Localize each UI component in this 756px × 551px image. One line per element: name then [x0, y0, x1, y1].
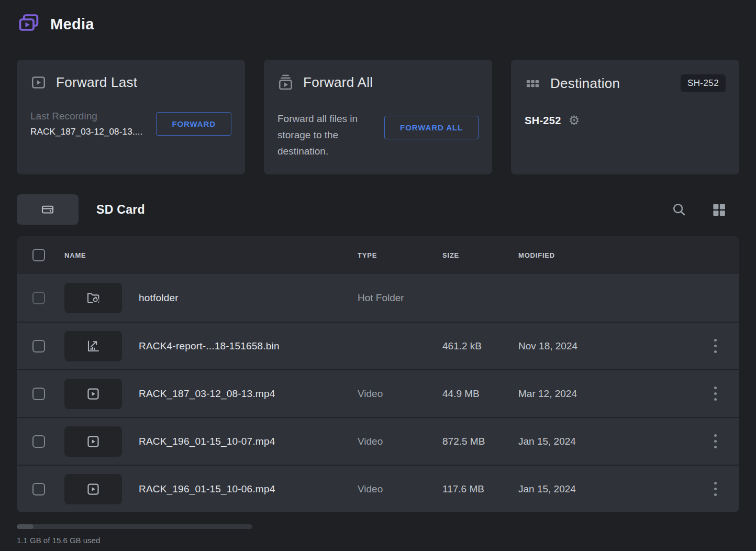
- table-header: NAME TYPE SIZE MODIFIED: [17, 236, 739, 274]
- file-table: NAME TYPE SIZE MODIFIED hotfolder Hot Fo…: [17, 236, 739, 512]
- cell-modified: Jan 15, 2024: [518, 436, 691, 447]
- grid-view-button[interactable]: [711, 202, 727, 217]
- cell-name: RACK4-report-...18-151658.bin: [139, 340, 358, 352]
- storage-usage-fill: [17, 524, 34, 529]
- forward-all-icon: [277, 74, 294, 91]
- select-all-checkbox[interactable]: [32, 249, 45, 261]
- table-row[interactable]: RACK_187_03-12_08-13.mp4 Video 44.9 MB M…: [17, 369, 739, 417]
- row-checkbox[interactable]: [32, 483, 45, 495]
- hot-folder-icon: [85, 290, 101, 306]
- forward-all-button[interactable]: FORWARD ALL: [384, 116, 479, 139]
- page-title: Media: [50, 16, 94, 33]
- last-recording-filename: RACK_187_03-12_08-13....: [30, 127, 143, 137]
- storage-usage-bar: [17, 524, 252, 529]
- card-title: Forward Last: [56, 74, 137, 91]
- card-title: Forward All: [303, 74, 373, 91]
- destination-value: SH-252: [525, 115, 561, 127]
- table-row[interactable]: RACK_196_01-15_10-07.mp4 Video 872.5 MB …: [17, 417, 739, 465]
- table-row[interactable]: hotfolder Hot Folder: [17, 274, 739, 322]
- cell-size: 44.9 MB: [442, 388, 518, 400]
- row-checkbox[interactable]: [32, 292, 45, 304]
- cell-size: 117.6 MB: [442, 483, 518, 495]
- forward-last-card: Forward Last Last Recording RACK_187_03-…: [17, 60, 245, 174]
- gear-icon[interactable]: ⚙: [569, 114, 580, 127]
- storage-title: SD Card: [96, 203, 145, 217]
- sd-card-icon: [40, 202, 55, 217]
- file-thumbnail: [64, 379, 122, 409]
- cell-size: 872.5 MB: [442, 436, 518, 447]
- search-button[interactable]: [671, 202, 687, 217]
- last-recording-info: Last Recording RACK_187_03-12_08-13....: [30, 111, 143, 137]
- storage-usage: 1.1 GB of 15.6 GB used: [17, 524, 739, 545]
- row-checkbox[interactable]: [32, 435, 45, 448]
- column-header-size: SIZE: [442, 251, 518, 259]
- report-icon: [85, 338, 101, 354]
- kebab-menu-icon[interactable]: [705, 429, 726, 454]
- kebab-menu-icon[interactable]: [705, 334, 726, 358]
- cell-modified: Mar 12, 2024: [518, 388, 691, 400]
- card-title: Destination: [550, 75, 620, 92]
- forward-all-card: Forward All Forward all files in storage…: [264, 60, 492, 174]
- sd-card-tab[interactable]: [17, 194, 79, 225]
- kebab-menu-icon[interactable]: [705, 477, 726, 501]
- search-icon: [671, 202, 687, 217]
- destination-card: Destination SH-252 SH-252 ⚙: [511, 60, 739, 174]
- storage-usage-text: 1.1 GB of 15.6 GB used: [17, 536, 739, 545]
- column-header-modified: MODIFIED: [518, 251, 691, 259]
- video-icon: [85, 481, 101, 497]
- row-checkbox[interactable]: [32, 388, 45, 400]
- cell-type: Video: [358, 388, 442, 400]
- table-row[interactable]: RACK4-report-...18-151658.bin 461.2 kB N…: [17, 322, 739, 369]
- column-header-name: NAME: [64, 251, 358, 259]
- cell-modified: Jan 15, 2024: [518, 483, 691, 495]
- file-thumbnail: [64, 283, 122, 313]
- action-cards: Forward Last Last Recording RACK_187_03-…: [17, 60, 739, 174]
- page-header: Media: [17, 12, 739, 37]
- file-thumbnail: [64, 426, 122, 457]
- row-checkbox[interactable]: [32, 340, 45, 352]
- last-recording-label: Last Recording: [30, 111, 143, 122]
- media-icon: [17, 12, 41, 36]
- video-icon: [85, 386, 101, 402]
- video-icon: [85, 434, 101, 449]
- destination-badge: SH-252: [681, 74, 726, 92]
- storage-section-header: SD Card: [17, 194, 739, 225]
- play-box-icon: [30, 74, 47, 91]
- forward-button[interactable]: FORWARD: [156, 112, 231, 136]
- cell-modified: Nov 18, 2024: [518, 340, 691, 352]
- grid-view-icon: [711, 202, 727, 217]
- cell-name: RACK_196_01-15_10-07.mp4: [139, 436, 358, 447]
- cell-name: RACK_187_03-12_08-13.mp4: [139, 388, 358, 400]
- cell-type: Video: [358, 436, 442, 447]
- cell-name: RACK_196_01-15_10-06.mp4: [139, 483, 358, 495]
- column-header-type: TYPE: [358, 251, 442, 259]
- cell-type: Hot Folder: [358, 292, 442, 304]
- cell-type: Video: [358, 483, 442, 495]
- cell-name: hotfolder: [139, 292, 358, 304]
- forward-all-description: Forward all files in storage to the dest…: [277, 111, 384, 159]
- file-thumbnail: [64, 331, 122, 361]
- table-row[interactable]: RACK_196_01-15_10-06.mp4 Video 117.6 MB …: [17, 465, 739, 512]
- kebab-menu-icon[interactable]: [705, 382, 726, 406]
- file-thumbnail: [64, 474, 122, 504]
- media-page: Media Forward Last Last Recording RACK_1…: [0, 0, 756, 545]
- cell-size: 461.2 kB: [442, 340, 518, 352]
- grid-dots-icon: [525, 75, 541, 92]
